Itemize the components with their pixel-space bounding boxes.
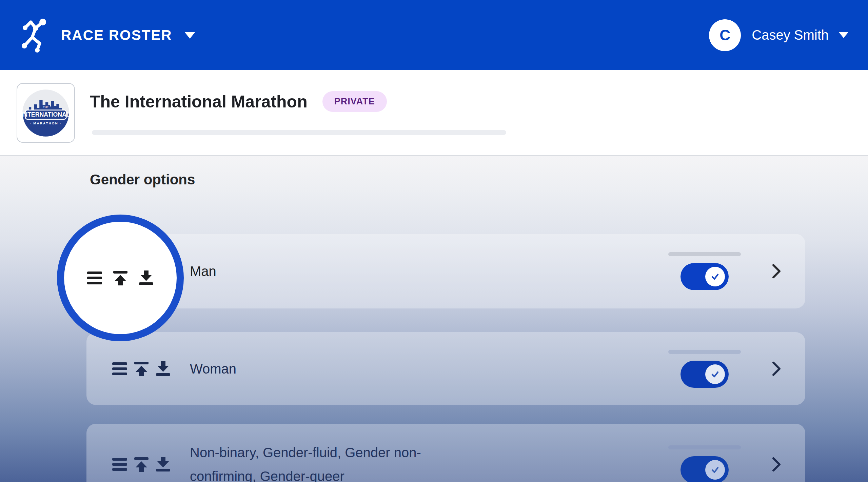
marathon-logo-image: THE INTERNATIONAL · MARATHON · xyxy=(21,88,71,138)
avatar: C xyxy=(709,19,741,51)
drag-handle-icon[interactable] xyxy=(112,361,128,377)
gender-option-row: Man xyxy=(86,234,805,308)
move-to-bottom-icon[interactable] xyxy=(138,270,154,286)
section-heading: Gender options xyxy=(90,172,868,188)
drag-handle-icon[interactable] xyxy=(112,456,128,473)
move-to-bottom-icon[interactable] xyxy=(155,361,171,377)
event-logo: THE INTERNATIONAL · MARATHON · xyxy=(17,83,75,143)
gender-options-list: Man xyxy=(86,234,805,482)
checkmark-icon xyxy=(710,369,720,379)
gender-option-row: Non-binary, Gender-fluid, Gender non-con… xyxy=(86,424,805,482)
row-open-button[interactable] xyxy=(771,263,782,279)
row-reorder-controls xyxy=(112,361,171,377)
event-header: THE INTERNATIONAL · MARATHON · The Inter… xyxy=(0,70,868,156)
race-roster-home-button[interactable]: RACE ROSTER xyxy=(20,18,195,53)
row-open-button[interactable] xyxy=(771,456,782,473)
svg-text:· MARATHON ·: · MARATHON · xyxy=(30,121,62,125)
chevron-right-icon xyxy=(771,361,782,377)
brand-wordmark: RACE ROSTER xyxy=(61,27,172,43)
row-divider-bar xyxy=(668,252,741,256)
row-reorder-controls xyxy=(112,456,171,473)
chevron-down-icon xyxy=(184,32,195,39)
top-navbar: RACE ROSTER C Casey Smith xyxy=(0,0,868,70)
event-progress-bar xyxy=(92,130,506,135)
toggle-knob xyxy=(705,364,725,384)
page-title: The International Marathon xyxy=(90,92,308,112)
row-divider-bar xyxy=(668,350,741,354)
enabled-toggle[interactable] xyxy=(680,456,729,482)
spotlight-highlight-circle xyxy=(57,215,184,341)
svg-text:INTERNATIONAL: INTERNATIONAL xyxy=(21,111,70,118)
gender-option-label: Non-binary, Gender-fluid, Gender non-con… xyxy=(190,441,448,482)
user-name: Casey Smith xyxy=(752,27,829,43)
race-roster-runner-icon xyxy=(20,18,54,53)
move-to-top-icon[interactable] xyxy=(112,270,129,286)
move-to-bottom-icon[interactable] xyxy=(155,456,171,473)
gender-option-label: Woman xyxy=(190,357,236,381)
toggle-knob xyxy=(705,460,725,480)
toggle-knob xyxy=(705,267,725,286)
row-divider-bar xyxy=(668,445,741,449)
checkmark-icon xyxy=(710,465,720,475)
private-badge: PRIVATE xyxy=(322,91,387,112)
row-open-button[interactable] xyxy=(771,361,782,377)
chevron-right-icon xyxy=(771,263,782,279)
drag-handle-icon[interactable] xyxy=(86,270,103,286)
chevron-right-icon xyxy=(771,456,782,473)
svg-text:THE: THE xyxy=(43,105,49,109)
chevron-down-icon xyxy=(839,32,848,38)
checkmark-icon xyxy=(710,272,720,282)
page: RACE ROSTER C Casey Smith THE INTERNATIO… xyxy=(0,0,868,482)
gender-option-label: Man xyxy=(190,259,216,283)
move-to-top-icon[interactable] xyxy=(133,456,150,473)
enabled-toggle[interactable] xyxy=(680,361,729,388)
move-to-top-icon[interactable] xyxy=(133,361,150,377)
user-menu-button[interactable]: C Casey Smith xyxy=(709,19,848,51)
gender-option-row: Woman xyxy=(86,332,805,405)
enabled-toggle[interactable] xyxy=(680,263,729,290)
